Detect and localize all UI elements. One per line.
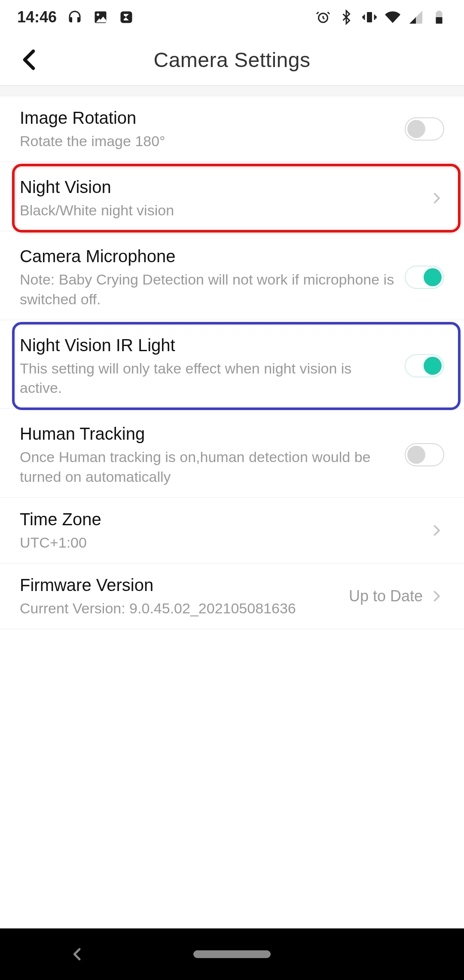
row-human-tracking[interactable]: Human Tracking Once Human tracking is on…: [0, 412, 464, 498]
row-subtitle: This setting will only take effect when …: [20, 359, 396, 398]
status-time: 14:46: [17, 8, 57, 26]
bluetooth-icon: [339, 9, 354, 25]
sigma-icon: [119, 9, 134, 25]
row-night-vision[interactable]: Night Vision Black/White night vision: [0, 165, 464, 231]
row-title: Camera Microphone: [20, 245, 396, 267]
chevron-right-icon: [429, 190, 444, 206]
toggle-camera-microphone[interactable]: [405, 266, 444, 289]
section-gap: [0, 86, 464, 96]
row-night-vision-ir-light[interactable]: Night Vision IR Light This setting will …: [0, 324, 464, 409]
image-icon: [93, 9, 108, 25]
toggle-ir-light[interactable]: [405, 354, 444, 377]
nav-spacer: [378, 946, 395, 963]
toggle-image-rotation[interactable]: [405, 117, 444, 141]
row-firmware-version[interactable]: Firmware Version Current Version: 9.0.45…: [0, 564, 464, 629]
svg-rect-6: [437, 11, 441, 12]
battery-icon: [431, 9, 447, 25]
row-title: Image Rotation: [20, 107, 396, 129]
svg-rect-7: [436, 17, 443, 24]
status-left: 14:46: [17, 8, 134, 26]
svg-point-1: [97, 13, 99, 16]
page-header: Camera Settings: [0, 34, 464, 86]
vibrate-icon: [362, 9, 377, 25]
row-subtitle: UTC+1:00: [20, 533, 420, 553]
back-button[interactable]: [17, 47, 43, 73]
chevron-right-icon: [429, 523, 444, 538]
row-title: Night Vision: [20, 176, 420, 198]
toggle-human-tracking[interactable]: [405, 443, 444, 466]
row-subtitle: Rotate the image 180°: [20, 132, 396, 151]
row-subtitle: Black/White night vision: [20, 201, 420, 220]
system-navbar: [0, 928, 464, 980]
row-subtitle: Current Version: 9.0.45.02_202105081636: [20, 599, 340, 619]
headphones-icon: [67, 9, 82, 25]
firmware-status: Up to Date: [349, 587, 423, 605]
settings-list: Image Rotation Rotate the image 180° Nig…: [0, 96, 464, 629]
row-title: Firmware Version: [20, 574, 340, 596]
wifi-icon: [385, 9, 400, 25]
row-camera-microphone[interactable]: Camera Microphone Note: Baby Crying Dete…: [0, 235, 464, 320]
svg-rect-4: [367, 12, 372, 22]
row-subtitle: Once Human tracking is on,human detectio…: [20, 447, 396, 487]
status-bar: 14:46: [0, 0, 464, 34]
row-time-zone[interactable]: Time Zone UTC+1:00: [0, 498, 464, 564]
alarm-icon: [315, 9, 331, 25]
status-right: [315, 9, 447, 25]
row-title: Night Vision IR Light: [20, 334, 396, 356]
row-subtitle: Note: Baby Crying Detection will not wor…: [20, 270, 396, 309]
row-title: Human Tracking: [20, 423, 396, 445]
signal-icon: [408, 9, 424, 25]
row-title: Time Zone: [20, 508, 420, 530]
nav-back-button[interactable]: [69, 946, 86, 963]
page-title: Camera Settings: [0, 48, 464, 72]
nav-home-pill[interactable]: [193, 950, 271, 958]
chevron-right-icon: [429, 588, 444, 604]
row-image-rotation[interactable]: Image Rotation Rotate the image 180°: [0, 96, 464, 162]
